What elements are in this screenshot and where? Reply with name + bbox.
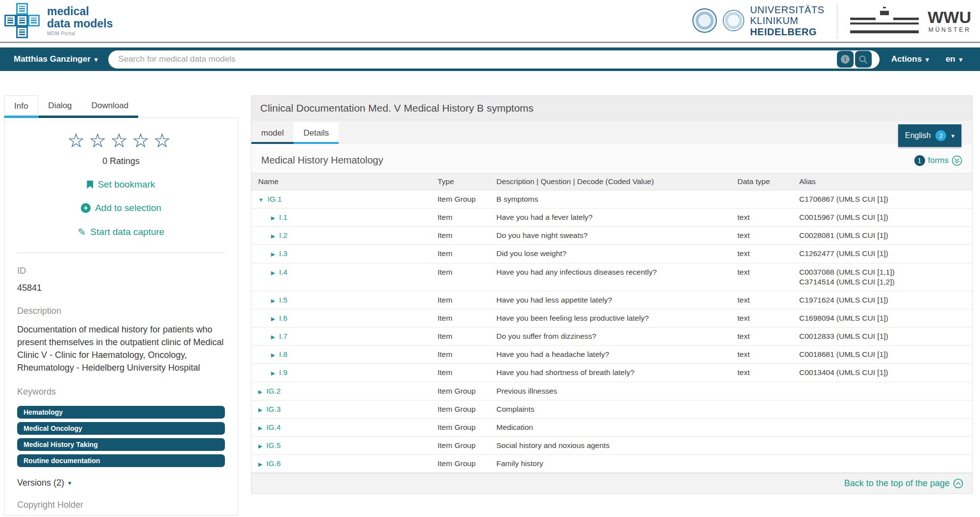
- tab-dialog[interactable]: Dialog: [38, 95, 81, 118]
- brand-logo[interactable]: medical data models MDM Portal: [4, 3, 113, 39]
- rating-count: 0 Ratings: [10, 156, 232, 166]
- forms-count-badge: 1: [914, 155, 925, 166]
- keyword-pill[interactable]: Medical Oncology: [17, 422, 225, 435]
- heidelberg-logo[interactable]: UNIVERSITÄTS KLINIKUM HEIDELBERG: [692, 4, 825, 37]
- row-type: Item Group: [433, 190, 491, 208]
- forms-link[interactable]: forms: [928, 156, 949, 165]
- row-description: Have you had a fever lately?: [491, 209, 733, 226]
- element-link[interactable]: IG.3: [266, 405, 280, 413]
- expand-arrow-icon[interactable]: ▶: [271, 298, 275, 304]
- user-menu[interactable]: Matthias Ganzinger ▾: [14, 54, 98, 64]
- add-to-selection-link[interactable]: + Add to selection: [10, 203, 232, 213]
- expand-arrow-icon[interactable]: ▼: [258, 197, 264, 203]
- keyword-pill[interactable]: Hematology: [17, 406, 225, 419]
- row-alias: [794, 400, 972, 408]
- versions-toggle[interactable]: Versions (2) ▾: [17, 478, 225, 488]
- chevron-down-icon: ▾: [959, 56, 962, 63]
- element-link[interactable]: I.9: [279, 368, 287, 376]
- expand-arrow-icon[interactable]: ▶: [271, 316, 275, 322]
- heidelberg-seal-icon: [692, 8, 717, 33]
- expand-arrow-icon[interactable]: ▶: [271, 215, 275, 221]
- expand-arrow-icon[interactable]: ▶: [271, 370, 275, 376]
- star-icon[interactable]: ☆: [132, 130, 153, 151]
- element-link[interactable]: I.4: [279, 268, 287, 276]
- element-link[interactable]: IG.6: [266, 459, 280, 468]
- element-link[interactable]: I.1: [279, 213, 287, 221]
- keyword-pill[interactable]: Medical History Taking: [17, 438, 225, 451]
- table-row: ▶I.7 Item Do you suffer from dizziness? …: [251, 328, 972, 346]
- element-link[interactable]: I.2: [279, 231, 287, 239]
- expand-arrow-icon[interactable]: ▶: [258, 425, 262, 431]
- element-link[interactable]: I.3: [279, 249, 287, 258]
- collapse-forms-icon[interactable]: [952, 155, 962, 166]
- row-type: Item: [433, 291, 491, 309]
- expand-arrow-icon[interactable]: ▶: [258, 407, 262, 413]
- element-link[interactable]: IG.4: [266, 423, 280, 431]
- table-row: ▶I.9 Item Have you had shortness of brea…: [251, 364, 972, 382]
- row-type: Item: [433, 309, 491, 327]
- expand-arrow-icon[interactable]: ▶: [258, 461, 262, 467]
- element-link[interactable]: I.7: [279, 332, 287, 340]
- row-description: Have you had shortness of breath lately?: [491, 364, 733, 381]
- wwu-logo-text: WWU MÜNSTER: [928, 9, 971, 33]
- row-alias: C0018681 (UMLS CUI [1]): [794, 346, 972, 363]
- search-input[interactable]: [108, 54, 835, 64]
- id-label: ID: [17, 266, 225, 276]
- expand-arrow-icon[interactable]: ▶: [271, 352, 275, 358]
- element-link[interactable]: IG.5: [266, 441, 280, 449]
- expand-arrow-icon[interactable]: ▶: [271, 251, 275, 257]
- column-datatype: Data type: [733, 173, 794, 190]
- row-datatype: text: [733, 328, 794, 345]
- star-icon[interactable]: ☆: [89, 130, 110, 151]
- row-description: Family history: [491, 455, 733, 472]
- rating-stars[interactable]: ☆☆☆☆☆: [10, 131, 232, 150]
- star-icon[interactable]: ☆: [153, 130, 175, 151]
- row-datatype: [733, 419, 794, 426]
- back-to-top-link[interactable]: Back to the top of the page: [844, 478, 963, 489]
- sidebar-card: ☆☆☆☆☆ 0 Ratings Set bookmark + Add to se…: [4, 118, 238, 516]
- expand-arrow-icon[interactable]: ▶: [271, 233, 275, 239]
- expand-arrow-icon[interactable]: ▶: [258, 389, 262, 395]
- copyright-label: Copyright Holder: [17, 500, 225, 510]
- expand-arrow-icon[interactable]: ▶: [258, 443, 262, 449]
- wwu-logo[interactable]: WWU MÜNSTER: [850, 7, 971, 35]
- element-link[interactable]: I.6: [279, 314, 287, 322]
- user-name: Matthias Ganzinger: [14, 54, 91, 64]
- row-datatype: text: [733, 227, 794, 244]
- expand-arrow-icon[interactable]: ▶: [271, 334, 275, 340]
- element-link[interactable]: IG.2: [266, 387, 280, 395]
- element-link[interactable]: I.5: [279, 296, 287, 304]
- element-link[interactable]: IG.1: [268, 195, 282, 203]
- heidelberg-faculty-seal-icon: [723, 10, 744, 31]
- tab-info[interactable]: Info: [4, 95, 38, 118]
- keyword-pill[interactable]: Routine documentation: [17, 454, 225, 467]
- search-button[interactable]: [855, 51, 872, 68]
- tab-model[interactable]: model: [251, 122, 294, 144]
- row-description: Have you had a headache lately?: [491, 346, 733, 363]
- tab-download[interactable]: Download: [82, 95, 139, 118]
- row-description: Medication: [491, 419, 733, 436]
- tab-details[interactable]: Details: [294, 122, 339, 144]
- row-alias: C1971624 (UMLS CUI [1]): [794, 291, 972, 309]
- row-type: Item: [433, 227, 491, 244]
- row-alias: C1706867 (UMLS CUI [1]): [794, 190, 972, 208]
- info-button[interactable]: i: [837, 51, 854, 68]
- language-menu[interactable]: en ▾: [946, 54, 962, 64]
- chevron-down-icon: ▾: [951, 132, 955, 140]
- elements-table: Name Type Description | Question | Decod…: [251, 173, 972, 473]
- table-header: Name Type Description | Question | Decod…: [251, 173, 972, 190]
- row-datatype: [733, 437, 794, 445]
- star-icon[interactable]: ☆: [110, 130, 132, 151]
- row-datatype: text: [733, 245, 794, 262]
- star-icon[interactable]: ☆: [67, 130, 89, 151]
- chevron-down-icon: ▾: [68, 479, 72, 487]
- start-data-capture-link[interactable]: ✎ Start data capture: [10, 226, 232, 238]
- element-link[interactable]: I.8: [279, 350, 287, 358]
- expand-arrow-icon[interactable]: ▶: [271, 270, 275, 276]
- row-datatype: text: [733, 263, 794, 281]
- actions-menu[interactable]: Actions ▾: [891, 54, 929, 64]
- heidelberg-logo-text: UNIVERSITÄTS KLINIKUM HEIDELBERG: [750, 4, 825, 37]
- set-bookmark-link[interactable]: Set bookmark: [10, 179, 232, 190]
- keyword-list: Hematology Medical Oncology Medical Hist…: [17, 406, 225, 467]
- language-select-button[interactable]: English 2 ▾: [898, 124, 961, 147]
